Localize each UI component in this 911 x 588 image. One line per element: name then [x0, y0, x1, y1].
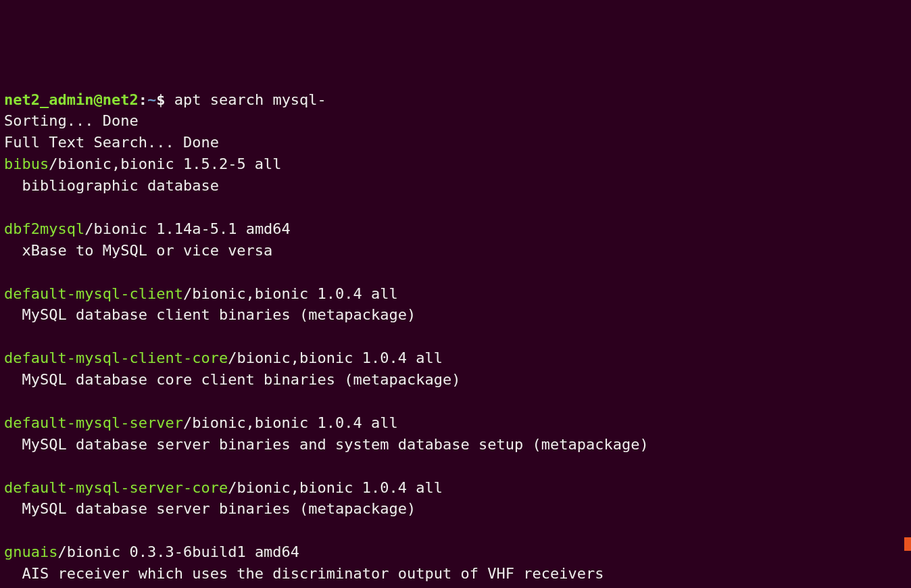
- package-meta: /bionic,bionic 1.0.4 all: [183, 414, 398, 431]
- package-name: default-mysql-client: [4, 285, 183, 302]
- package-name: default-mysql-server: [4, 414, 183, 431]
- package-meta: /bionic,bionic 1.0.4 all: [183, 285, 398, 302]
- status-line: Full Text Search... Done: [4, 134, 219, 151]
- prompt-dollar: $: [156, 91, 174, 108]
- package-meta: /bionic,bionic 1.5.2-5 all: [49, 155, 281, 172]
- package-description: bibliographic database: [4, 177, 219, 194]
- terminal-output[interactable]: net2_admin@net2:~$ apt search mysql- Sor…: [4, 89, 907, 588]
- package-description: xBase to MySQL or vice versa: [4, 242, 272, 259]
- package-name: bibus: [4, 155, 49, 172]
- package-description: AIS receiver which uses the discriminato…: [4, 565, 604, 582]
- package-name: dbf2mysql: [4, 220, 84, 237]
- package-meta: /bionic 0.3.3-6build1 amd64: [57, 543, 299, 560]
- package-name: default-mysql-client-core: [4, 349, 228, 366]
- package-name: gnuais: [4, 543, 57, 560]
- prompt-path: ~: [147, 91, 156, 108]
- package-description: MySQL database client binaries (metapack…: [4, 306, 416, 323]
- package-meta: /bionic,bionic 1.0.4 all: [228, 479, 443, 496]
- package-name: default-mysql-server-core: [4, 479, 228, 496]
- package-meta: /bionic 1.14a-5.1 amd64: [84, 220, 291, 237]
- scrollbar-thumb[interactable]: [904, 537, 911, 551]
- prompt-user-host: net2_admin@net2: [4, 91, 139, 108]
- command-text: apt search mysql-: [174, 91, 326, 108]
- package-description: MySQL database core client binaries (met…: [4, 371, 461, 388]
- package-description: MySQL database server binaries (metapack…: [4, 500, 416, 517]
- package-meta: /bionic,bionic 1.0.4 all: [228, 349, 443, 366]
- prompt-separator: :: [139, 91, 147, 108]
- package-description: MySQL database server binaries and syste…: [4, 436, 649, 453]
- status-line: Sorting... Done: [4, 112, 139, 129]
